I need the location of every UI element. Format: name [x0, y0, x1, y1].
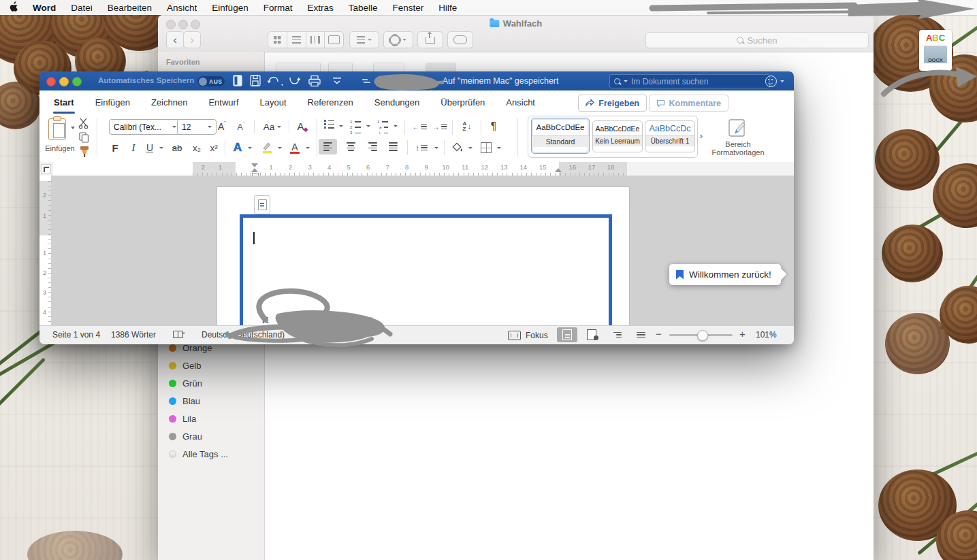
line-spacing-dropdown-icon[interactable]	[434, 147, 438, 149]
focus-button[interactable]: Fokus	[508, 331, 548, 340]
new-document-icon[interactable]	[234, 76, 242, 86]
language-label[interactable]: Deutsch (Deutschland)	[202, 330, 285, 340]
tab-referenzen[interactable]: Referenzen	[307, 96, 354, 109]
spellcheck-status-icon[interactable]: ×	[173, 331, 187, 340]
grow-font-button[interactable]: Aˆ	[214, 120, 230, 133]
view-switcher[interactable]	[268, 31, 344, 48]
styles-pane-button[interactable]	[726, 117, 749, 140]
strikethrough-button[interactable]: ab	[169, 140, 185, 155]
font-color-dropdown-icon[interactable]	[306, 147, 310, 149]
word-count-label[interactable]: 1386 Wörter	[111, 330, 156, 340]
sidebar-tag-gelb[interactable]: Gelb	[169, 358, 201, 373]
change-case-button[interactable]: Aa	[260, 120, 285, 133]
icon-view-icon[interactable]	[268, 32, 287, 48]
save-icon[interactable]	[251, 76, 260, 86]
first-line-indent-marker[interactable]	[251, 163, 258, 167]
list-view-icon[interactable]	[287, 32, 306, 48]
bullet-list-dropdown-icon[interactable]	[339, 125, 343, 127]
finder-minimize-button[interactable]	[178, 20, 188, 29]
bold-button[interactable]: F	[108, 140, 123, 155]
increase-indent-button[interactable]: →	[432, 120, 448, 133]
zoom-in-button[interactable]: +	[739, 328, 746, 340]
borders-dropdown-icon[interactable]	[497, 147, 501, 149]
tab-ansicht[interactable]: Ansicht	[505, 96, 536, 109]
multilevel-list-button[interactable]: 1ai	[377, 120, 388, 135]
text-effects-dropdown-icon[interactable]	[248, 147, 252, 149]
tab-selector[interactable]	[41, 164, 51, 174]
view-web-layout-button[interactable]	[581, 327, 602, 342]
print-icon[interactable]	[309, 76, 320, 86]
tab-zeichnen[interactable]: Zeichnen	[150, 96, 188, 109]
zoom-slider-knob[interactable]	[697, 330, 708, 341]
tab-einfuegen[interactable]: Einfügen	[95, 96, 131, 109]
shading-dropdown-icon[interactable]	[468, 147, 473, 149]
align-right-button[interactable]	[364, 139, 382, 154]
tab-layout[interactable]: Layout	[259, 96, 287, 109]
clear-formatting-button[interactable]: A◆	[294, 119, 312, 133]
align-left-button[interactable]	[319, 139, 337, 154]
style-kein-leerraum[interactable]: AaBbCcDdEe Kein Leerraum	[592, 120, 643, 152]
back-button[interactable]: ‹	[166, 31, 184, 48]
view-draft-button[interactable]	[630, 327, 651, 342]
style-standard[interactable]: AaBbCcDdEe Standard	[531, 118, 590, 154]
borders-button[interactable]	[478, 140, 494, 155]
group-by-button[interactable]	[349, 31, 379, 48]
cut-icon[interactable]	[79, 118, 87, 129]
shading-button[interactable]	[449, 140, 466, 155]
finder-close-button[interactable]	[166, 20, 176, 29]
document-search-field[interactable]: Im Dokument suchen	[609, 74, 770, 88]
view-print-layout-button[interactable]	[557, 327, 577, 342]
right-indent-marker[interactable]	[555, 168, 562, 172]
sidebar-tag-grau[interactable]: Grau	[169, 429, 202, 444]
shrink-font-button[interactable]: Aˇ	[233, 120, 249, 133]
zoom-slider[interactable]	[669, 334, 733, 336]
superscript-button[interactable]: x²	[206, 140, 221, 155]
italic-button[interactable]: I	[127, 140, 140, 155]
text-effects-button[interactable]: A	[230, 140, 245, 155]
style-ueberschrift-1[interactable]: AaBbCcDc Überschrift 1	[645, 120, 695, 152]
bullet-list-button[interactable]	[324, 120, 334, 129]
justify-button[interactable]	[384, 139, 402, 154]
font-size-combo[interactable]: 12	[177, 119, 217, 135]
tab-entwurf[interactable]: Entwurf	[208, 96, 239, 109]
feedback-smiley-button[interactable]	[765, 76, 784, 87]
sidebar-tag-gruen[interactable]: Grün	[169, 376, 202, 391]
copy-icon[interactable]	[80, 133, 89, 142]
horizontal-ruler[interactable]: 21 123456789101112131415 161718	[39, 162, 794, 176]
zoom-percent-label[interactable]: 101%	[756, 330, 777, 340]
hanging-indent-marker[interactable]	[251, 168, 258, 172]
sidebar-tag-blau[interactable]: Blau	[169, 393, 200, 408]
redo-icon[interactable]	[290, 78, 301, 84]
forward-button[interactable]: ›	[183, 31, 201, 48]
tags-button[interactable]	[447, 31, 473, 48]
share-button[interactable]	[417, 31, 443, 48]
welcome-back-tooltip[interactable]: Willkommen zurück!	[669, 264, 781, 285]
finder-search-field[interactable]: Suchen	[645, 32, 869, 48]
tab-start[interactable]: Start	[53, 96, 75, 109]
pilcrow-button[interactable]: ¶	[486, 118, 501, 135]
document-page[interactable]: K t	[217, 186, 630, 325]
autosave-toggle[interactable]: AUS	[197, 76, 225, 86]
comments-button[interactable]: Kommentare	[649, 95, 728, 112]
tab-sendungen[interactable]: Sendungen	[374, 96, 421, 109]
menu-app-name[interactable]: Word	[25, 3, 63, 13]
undo-dropdown-icon[interactable]	[281, 84, 283, 86]
format-painter-icon[interactable]	[80, 146, 89, 157]
zoom-out-button[interactable]: −	[656, 328, 662, 340]
action-menu-button[interactable]	[383, 31, 413, 48]
multilevel-list-dropdown-icon[interactable]	[394, 125, 398, 127]
close-button[interactable]	[46, 77, 56, 86]
sidebar-tag-lila[interactable]: Lila	[169, 411, 196, 426]
highlight-dropdown-icon[interactable]	[278, 147, 282, 149]
minimize-button[interactable]	[59, 77, 69, 86]
gallery-view-icon[interactable]	[325, 32, 343, 48]
tab-ueberpruefen[interactable]: Überprüfen	[440, 96, 485, 109]
underline-dropdown-icon[interactable]	[159, 147, 163, 149]
view-outline-button[interactable]	[607, 327, 628, 342]
share-document-button[interactable]: Freigeben	[578, 95, 647, 112]
numbered-list-dropdown-icon[interactable]	[366, 125, 370, 127]
align-center-button[interactable]	[342, 139, 360, 154]
vertical-ruler[interactable]: 21 1234	[39, 176, 52, 325]
finder-zoom-button[interactable]	[191, 20, 200, 29]
content-control-icon[interactable]	[254, 195, 270, 214]
